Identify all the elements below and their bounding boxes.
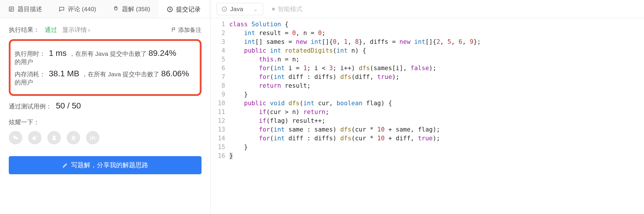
- pass-cases: 通过测试用例： 50 / 50: [9, 101, 202, 111]
- code-line[interactable]: public int rotatedDigits(int n) {: [229, 46, 644, 55]
- cases-label: 通过测试用例：: [9, 102, 52, 111]
- line-number: 10: [211, 99, 225, 108]
- memory-pct: 86.06%: [161, 69, 189, 78]
- runtime-label: 执行用时：: [15, 50, 45, 58]
- line-number: 11: [211, 108, 225, 116]
- line-number: 15: [211, 143, 225, 151]
- runtime-value: 1 ms: [49, 49, 67, 58]
- smart-mode-toggle[interactable]: 智能模式: [272, 5, 302, 13]
- memory-tail: 的用户: [15, 78, 33, 87]
- svg-rect-13: [71, 139, 75, 140]
- code-line[interactable]: if(flag) result++;: [229, 116, 644, 125]
- cases-value: 50 / 50: [56, 101, 81, 111]
- add-note-button[interactable]: 添加备注: [171, 26, 202, 34]
- line-number: 3: [211, 37, 225, 46]
- line-number: 4: [211, 46, 225, 55]
- editor-header: Java ⌄ 智能模式: [211, 0, 644, 18]
- line-number: 6: [211, 64, 225, 73]
- code-line[interactable]: }: [229, 143, 644, 151]
- tab-comments[interactable]: 评论 (440): [50, 0, 104, 18]
- code-line[interactable]: for(int same : sames) dfs(cur * 10 + sam…: [229, 125, 644, 134]
- code-line[interactable]: int result = 0, n = 0;: [229, 29, 644, 37]
- code-line[interactable]: return result;: [229, 81, 644, 90]
- tab-label: 题解 (358): [122, 5, 150, 13]
- tab-solutions[interactable]: 题解 (358): [104, 0, 159, 18]
- code-line[interactable]: for(int diff : diffs) dfs(cur * 10 + dif…: [229, 134, 644, 143]
- code-line[interactable]: if(cur > n) return;: [229, 108, 644, 116]
- runtime-mid: ，在所有 Java 提交中击败了: [69, 50, 147, 58]
- weibo-icon[interactable]: [28, 131, 42, 144]
- line-number: 16: [211, 151, 225, 160]
- comments-icon: [58, 6, 65, 12]
- wechat-icon[interactable]: [9, 131, 22, 144]
- tab-label: 提交记录: [176, 5, 201, 13]
- memory-value: 38.1 MB: [49, 69, 79, 78]
- right-panel: Java ⌄ 智能模式 12345678910111213141516 clas…: [211, 0, 644, 214]
- submissions-icon: [167, 6, 173, 13]
- line-number: 7: [211, 73, 225, 81]
- tab-label: 评论 (440): [68, 5, 96, 13]
- share-icons: in: [9, 131, 202, 144]
- memory-mid: ，在所有 Java 提交中击败了: [82, 70, 159, 78]
- svg-point-7: [16, 137, 18, 139]
- tab-label: 题目描述: [18, 5, 42, 13]
- stats-highlight: 执行用时： 1 ms ，在所有 Java 提交中击败了 89.24% 的用户 内…: [9, 39, 202, 96]
- code-line[interactable]: class Solution {: [229, 20, 644, 29]
- language-select[interactable]: Java ⌄: [216, 3, 263, 15]
- tabs: 题目描述 评论 (440) 题解 (358) 提交记录: [0, 0, 210, 18]
- line-number: 13: [211, 125, 225, 134]
- code-line[interactable]: public void dfs(int cur, boolean flag) {: [229, 99, 644, 108]
- memory-label: 内存消耗：: [15, 70, 45, 78]
- line-number: 14: [211, 134, 225, 143]
- line-number: 8: [211, 81, 225, 90]
- svg-point-8: [32, 137, 36, 140]
- svg-point-9: [53, 135, 56, 139]
- runtime-line: 执行用时： 1 ms ，在所有 Java 提交中击败了 89.24% 的用户: [15, 49, 196, 66]
- result-status: 通过: [45, 26, 57, 34]
- solutions-icon: [113, 6, 119, 12]
- dot-icon: [272, 8, 275, 11]
- code-line[interactable]: }: [229, 151, 644, 160]
- tab-submissions[interactable]: 提交记录: [159, 0, 209, 18]
- line-number: 2: [211, 29, 225, 37]
- tab-description[interactable]: 题目描述: [0, 0, 50, 18]
- runtime-tail: 的用户: [15, 58, 33, 66]
- code-line[interactable]: for(int i = 1; i < 3; i++) dfs(sames[i],…: [229, 64, 644, 73]
- info-icon: [221, 6, 227, 12]
- svg-rect-11: [72, 136, 75, 137]
- svg-rect-12: [72, 137, 75, 139]
- write-solution-button[interactable]: 写题解，分享我的解题思路: [9, 156, 202, 174]
- result-label: 执行结果：: [9, 26, 39, 34]
- memory-line: 内存消耗： 38.1 MB ，在所有 Java 提交中击败了 86.06% 的用…: [15, 69, 196, 87]
- left-panel: 题目描述 评论 (440) 题解 (358) 提交记录 执行结果： 通过 显示: [0, 0, 211, 214]
- share-label: 炫耀一下：: [9, 118, 202, 126]
- result-header: 执行结果： 通过 显示详情 › 添加备注: [9, 26, 202, 34]
- code-line[interactable]: for(int diff : diffs) dfs(diff, true);: [229, 73, 644, 81]
- qq-icon[interactable]: [47, 131, 61, 144]
- line-number: 9: [211, 90, 225, 99]
- chevron-down-icon: ⌄: [253, 6, 258, 13]
- svg-point-10: [52, 139, 56, 140]
- line-gutter: 12345678910111213141516: [211, 18, 229, 214]
- code-line[interactable]: int[] sames = new int[]{0, 1, 8}, diffs …: [229, 37, 644, 46]
- show-details-link[interactable]: 显示详情 ›: [62, 26, 90, 34]
- flag-icon: [171, 27, 176, 32]
- language-label: Java: [230, 6, 243, 13]
- chevron-right-icon: ›: [88, 26, 90, 33]
- line-number: 12: [211, 116, 225, 125]
- line-number: 5: [211, 55, 225, 64]
- line-number: 1: [211, 20, 225, 29]
- pencil-icon: [62, 162, 68, 168]
- code-editor[interactable]: 12345678910111213141516 class Solution {…: [211, 18, 644, 214]
- code-content[interactable]: class Solution { int result = 0, n = 0; …: [229, 18, 644, 214]
- runtime-pct: 89.24%: [149, 49, 176, 58]
- code-line[interactable]: this.n = n;: [229, 55, 644, 64]
- result-panel: 执行结果： 通过 显示详情 › 添加备注 执行用时： 1 ms ，在所有 Jav…: [0, 18, 210, 214]
- linkedin-icon[interactable]: in: [86, 131, 99, 144]
- description-icon: [8, 6, 15, 12]
- code-line[interactable]: }: [229, 90, 644, 99]
- douban-icon[interactable]: [67, 131, 80, 144]
